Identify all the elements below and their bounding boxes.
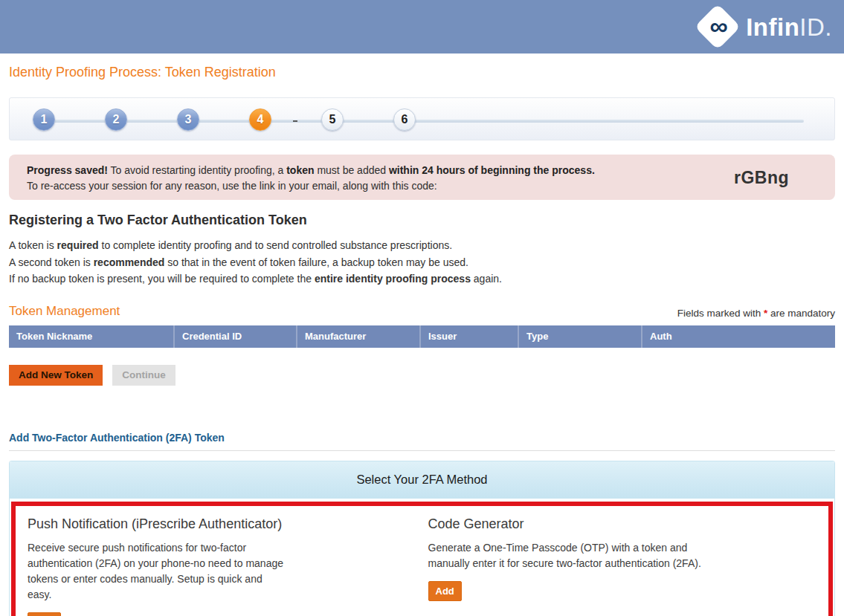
registering-heading: Registering a Two Factor Authentication …	[9, 213, 835, 228]
brand-name-light: ID.	[799, 13, 832, 41]
brand-logo: ∞ InfinID.	[701, 10, 832, 43]
step-4-current: 4	[249, 108, 271, 131]
continue-button[interactable]: Continue	[112, 365, 175, 386]
infinity-diamond-icon: ∞	[695, 4, 741, 50]
register-line-2: A second token is recommended so that in…	[9, 254, 835, 271]
register-line-1: A token is required to complete identity…	[9, 237, 835, 254]
method-push-notification: Push Notification (iPrescribe Authentica…	[28, 516, 428, 616]
step-1: 1	[33, 108, 55, 131]
column-manufacturer: Manufacturer	[297, 325, 421, 348]
column-credential-id: Credential ID	[175, 325, 297, 348]
token-management-heading: Token Management	[9, 304, 120, 319]
select-2fa-panel: Select Your 2FA Method Push Notification…	[9, 461, 835, 616]
register-line-3: If no backup token is present, you will …	[9, 270, 835, 288]
column-issuer: Issuer	[421, 325, 519, 348]
add-2fa-heading: Add Two-Factor Authentication (2FA) Toke…	[9, 432, 835, 444]
step-5: 5	[321, 108, 344, 131]
progress-stepper: 1 2 3 4 5 6	[9, 97, 835, 140]
stepper-dash-mark	[293, 120, 297, 122]
app-header: ∞ InfinID.	[0, 0, 844, 54]
code-generator-title: Code Generator	[428, 516, 814, 532]
add-code-generator-button[interactable]: Add	[428, 581, 462, 601]
push-notification-description: Receive secure push notifications for tw…	[28, 540, 288, 603]
step-3: 3	[177, 108, 199, 131]
column-type: Type	[519, 325, 642, 348]
alert-line-1: Progress saved! To avoid restarting iden…	[27, 163, 686, 178]
brand-name: InfinID.	[746, 15, 832, 39]
stepper-connector-line	[44, 120, 804, 123]
method-code-generator: Code Generator Generate a One-Time Passc…	[428, 516, 829, 616]
code-generator-description: Generate a One-Time Passcode (OTP) with …	[428, 540, 722, 571]
progress-saved-alert: Progress saved! To avoid restarting iden…	[9, 155, 835, 200]
registering-section: Registering a Two Factor Authentication …	[9, 213, 835, 288]
brand-name-bold: Infin	[746, 13, 799, 41]
mandatory-fields-note: Fields marked with * are mandatory	[677, 308, 835, 319]
token-table-header: Token Nickname Credential ID Manufacture…	[9, 325, 835, 348]
2fa-methods-highlight-box: Push Notification (iPrescribe Authentica…	[11, 502, 833, 616]
infinity-icon: ∞	[709, 13, 727, 39]
push-notification-title: Push Notification (iPrescribe Authentica…	[28, 516, 413, 532]
section-divider	[9, 450, 835, 451]
select-2fa-method-title: Select Your 2FA Method	[10, 461, 834, 499]
step-2: 2	[105, 108, 127, 131]
session-code: rGBng	[734, 169, 789, 185]
add-new-token-button[interactable]: Add New Token	[9, 365, 103, 386]
page-title: Identity Proofing Process: Token Registr…	[9, 65, 835, 80]
alert-line-2: To re-access your session for any reason…	[27, 178, 686, 194]
step-6: 6	[393, 108, 416, 131]
column-token-nickname: Token Nickname	[9, 325, 175, 348]
add-push-notification-button[interactable]: Add	[28, 612, 61, 616]
column-auth: Auth	[642, 325, 835, 348]
